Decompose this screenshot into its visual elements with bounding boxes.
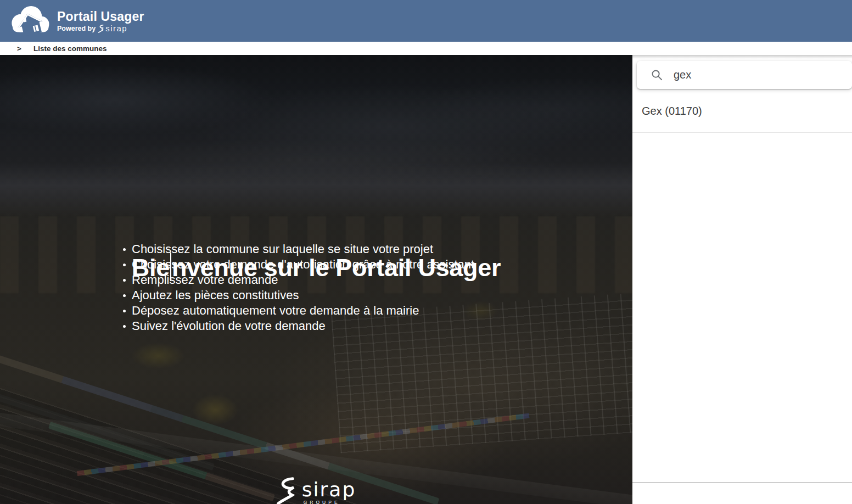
commune-result-gex[interactable]: Gex (01170) [632,89,852,133]
hero-content: Bienvenue sur le Portail Usager Choisiss… [0,55,632,504]
sirap-footer-logo: sirap GROUPE [277,475,356,504]
powered-by-row: Powered by sirap [57,24,144,33]
hero-photo: Bienvenue sur le Portail Usager Choisiss… [0,55,632,504]
brand-name: sirap [105,25,127,32]
hero-bullet: Suivez l'évolution de votre demande [122,318,510,334]
breadcrumb-item-liste-des-communes[interactable]: Liste des communes [33,44,107,53]
result-list-bottom-divider [632,482,852,483]
breadcrumb-separator: > [17,44,21,53]
cloud-house-icon [8,3,53,38]
sirap-footer-text: sirap GROUPE [302,481,356,504]
header-text-block: Portail Usager Powered by sirap [57,9,144,33]
breadcrumb: > Liste des communes [0,42,852,55]
hero-bullet: Choisissez votre demande d'autorisation … [122,257,510,272]
commune-search-box [637,61,852,89]
portail-usager-page: Portail Usager Powered by sirap > Liste … [0,0,852,504]
main-area: Bienvenue sur le Portail Usager Choisiss… [0,55,852,504]
app-title: Portail Usager [57,9,144,24]
commune-search-input[interactable] [674,69,852,81]
search-icon [651,69,663,81]
hero-bullet: Ajoutez les pièces constitutives [122,288,510,303]
hero-bullet: Remplissez votre demande [122,272,510,288]
footer-brand-name: sirap [302,481,356,499]
footer-brand-subtitle: GROUPE [304,500,356,504]
app-header: Portail Usager Powered by sirap [0,0,852,42]
hero-bullet: Déposez automatiquement votre demande à … [122,303,510,318]
hero-bullet: Choisissez la commune sur laquelle se si… [122,242,510,257]
powered-by-label: Powered by [57,25,96,32]
swallow-icon [277,475,301,504]
hero-bullet-list: Choisissez la commune sur laquelle se si… [122,242,510,334]
commune-search-sidebar: Gex (01170) [632,55,852,504]
swallow-icon [98,24,105,33]
